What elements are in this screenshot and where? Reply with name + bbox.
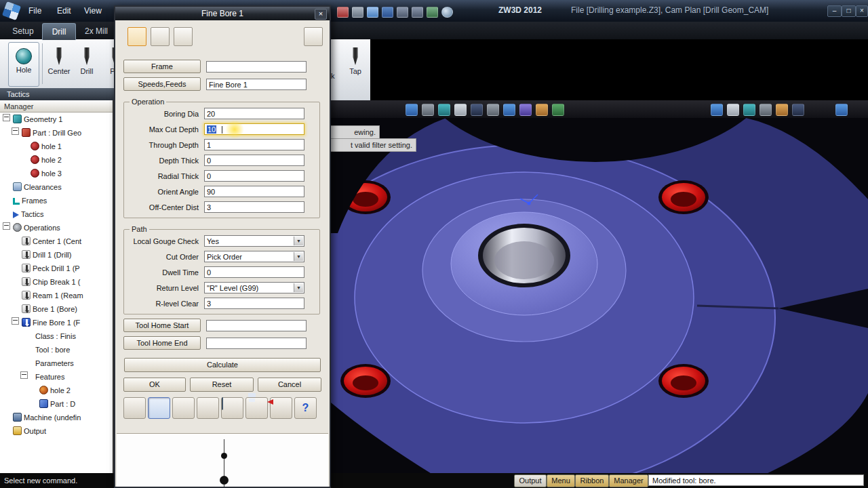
dwell-time-input[interactable]: 0: [204, 266, 304, 278]
tree-item-center-1[interactable]: Center 1 (Cent: [0, 235, 113, 248]
background-icon[interactable]: [792, 104, 804, 116]
clamp-icon[interactable]: [221, 397, 243, 419]
tool-home-end-button[interactable]: Tool Home End: [123, 336, 201, 350]
radial-thick-input[interactable]: 0: [204, 170, 304, 182]
boring-dia-input[interactable]: 20: [204, 108, 304, 119]
tree-item-tool[interactable]: Tool : bore: [0, 343, 113, 357]
ribbon-button-tap[interactable]: Tap: [342, 42, 369, 87]
tree-item-hole-2[interactable]: hole 2: [0, 153, 113, 167]
collapse-toggle[interactable]: [3, 114, 10, 121]
frame-button[interactable]: Frame: [123, 60, 201, 73]
return-level-select[interactable]: "R" Level (G99): [204, 282, 304, 293]
local-gouge-check-select[interactable]: Yes: [204, 235, 304, 247]
tree-item-drill-1[interactable]: Drill 1 (Drill): [0, 248, 113, 262]
tab-drill[interactable]: Drill: [42, 23, 76, 40]
menu-view[interactable]: View: [81, 0, 104, 22]
statusbar-manager-button[interactable]: Manager: [609, 474, 648, 487]
tree-item-feature-hole-2[interactable]: hole 2: [0, 384, 113, 397]
perspective-icon[interactable]: [519, 104, 532, 116]
preview-icon[interactable]: [352, 7, 363, 18]
tree-item-output[interactable]: Output: [0, 424, 113, 438]
tree-item-hole-3[interactable]: hole 3: [0, 167, 113, 180]
new-file-icon[interactable]: [367, 7, 378, 18]
tree-item-peck-drill-1[interactable]: Peck Drill 1 (P: [0, 262, 113, 275]
visibility-icon[interactable]: [438, 104, 450, 116]
orient-angle-input[interactable]: 90: [204, 186, 304, 197]
ribbon-button-drill[interactable]: Drill: [73, 42, 100, 87]
tool-display-icon[interactable]: [304, 27, 323, 46]
r-level-clear-input[interactable]: 3: [204, 298, 304, 309]
cancel-button[interactable]: Cancel: [258, 378, 321, 392]
layer-icon[interactable]: [454, 104, 467, 116]
section-icon[interactable]: [743, 104, 755, 116]
edit-icon[interactable]: [148, 397, 170, 419]
close-button[interactable]: ×: [856, 5, 868, 17]
tree-item-class[interactable]: Class : Finis: [0, 329, 113, 343]
collapse-toggle[interactable]: [20, 371, 28, 379]
tool-home-start-button[interactable]: Tool Home Start: [123, 319, 201, 332]
statusbar-ribbon-button[interactable]: Ribbon: [575, 474, 609, 487]
print-icon[interactable]: [337, 7, 349, 18]
tree-item-machine[interactable]: Machine (undefin: [0, 411, 113, 424]
tree-item-part-drill-geom[interactable]: Part : Drill Geo: [0, 126, 113, 140]
tree-item-feature-part[interactable]: Part : D: [0, 397, 113, 411]
max-cut-depth-input[interactable]: 10: [204, 123, 304, 135]
revert-icon[interactable]: [270, 397, 292, 419]
light-icon[interactable]: [776, 104, 788, 116]
tree-item-tactics[interactable]: Tactics: [0, 207, 113, 221]
tree-item-hole-1[interactable]: hole 1: [0, 140, 113, 153]
tree-item-bore-1[interactable]: Bore 1 (Bore): [0, 302, 113, 316]
tree-item-frames[interactable]: Frames: [0, 194, 113, 207]
dialog-close-button[interactable]: ×: [315, 9, 327, 20]
off-center-dist-input[interactable]: 3: [204, 201, 304, 213]
shading-icon[interactable]: [487, 104, 499, 116]
manager-header[interactable]: Manager: [0, 100, 113, 113]
save-icon[interactable]: [245, 397, 268, 419]
zoom-icon[interactable]: [406, 104, 418, 116]
minimize-button[interactable]: –: [827, 5, 842, 17]
3d-viewport-canvas[interactable]: [331, 118, 868, 473]
maximize-button[interactable]: □: [842, 5, 856, 17]
bulb-icon[interactable]: [123, 397, 146, 419]
tab-2x-mill[interactable]: 2x Mill: [77, 23, 115, 39]
wireframe-icon[interactable]: [503, 104, 515, 116]
tree-item-fine-bore-1[interactable]: Fine Bore 1 (F: [0, 316, 113, 329]
tree-item-clearances[interactable]: Clearances: [0, 180, 113, 194]
select-filter-icon[interactable]: [422, 104, 434, 116]
statusbar-output-button[interactable]: Output: [514, 474, 547, 487]
menu-file[interactable]: File: [26, 0, 44, 22]
reset-button[interactable]: Reset: [190, 378, 254, 392]
view-mode-icon[interactable]: [471, 104, 483, 116]
dialog-title[interactable]: Fine Bore 1: [115, 7, 330, 20]
ok-button[interactable]: OK: [123, 378, 186, 392]
tree-item-features[interactable]: Features: [0, 370, 113, 384]
tool-home-end-input[interactable]: [206, 338, 307, 349]
cut-order-select[interactable]: Pick Order: [204, 251, 304, 262]
speeds-feeds-button[interactable]: Speeds,Feeds: [123, 77, 201, 91]
settings-icon[interactable]: [427, 7, 438, 18]
display-cube-icon[interactable]: [711, 104, 723, 116]
refresh-icon[interactable]: [441, 7, 453, 18]
camera-icon[interactable]: [760, 104, 772, 116]
tab-setup[interactable]: Setup: [5, 23, 41, 39]
save-icon[interactable]: [382, 7, 393, 18]
cplane-icon[interactable]: [552, 104, 564, 116]
tree-item-operations[interactable]: Operations: [0, 221, 113, 235]
undo-icon[interactable]: [397, 7, 408, 18]
registers-icon[interactable]: [174, 27, 193, 46]
collapse-toggle[interactable]: [3, 222, 10, 230]
frame-settings-icon[interactable]: [127, 27, 146, 46]
depth-thick-input[interactable]: 0: [204, 155, 304, 166]
tool-home-start-input[interactable]: [206, 320, 307, 331]
viewport-settings-icon[interactable]: [835, 104, 848, 116]
menu-edit[interactable]: Edit: [54, 0, 74, 22]
help-icon[interactable]: ?: [294, 397, 317, 419]
collapse-toggle[interactable]: [12, 317, 19, 325]
color-icon[interactable]: [536, 104, 548, 116]
tree-item-chip-break-1[interactable]: Chip Break 1 (: [0, 275, 113, 289]
ribbon-button-center[interactable]: Center: [45, 42, 73, 87]
redo-icon[interactable]: [412, 7, 423, 18]
frame-input[interactable]: [206, 61, 307, 73]
collapse-toggle[interactable]: [12, 127, 19, 135]
tool-path-icon[interactable]: [172, 397, 195, 419]
